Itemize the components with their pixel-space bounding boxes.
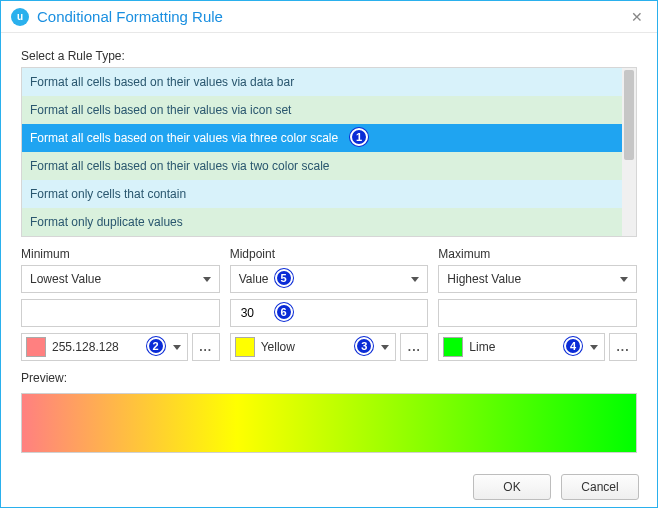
maximum-type-combo[interactable]: Highest Value	[438, 265, 637, 293]
scrollbar-thumb[interactable]	[624, 70, 634, 160]
callout-3: 3	[355, 337, 373, 355]
midpoint-color-combo[interactable]: Yellow 3	[230, 333, 397, 361]
scale-columns: Minimum Lowest Value 255.128.128 2 ...	[21, 247, 637, 361]
minimum-color-row: 255.128.128 2 ...	[21, 333, 220, 361]
rule-type-item[interactable]: Format only duplicate values	[22, 208, 622, 236]
minimum-label: Minimum	[21, 247, 220, 261]
preview-gradient	[21, 393, 637, 453]
chevron-down-icon	[590, 345, 598, 350]
rule-type-list[interactable]: Format all cells based on their values v…	[22, 68, 622, 236]
rule-type-item-selected[interactable]: Format all cells based on their values v…	[22, 124, 622, 152]
midpoint-value-input[interactable]: 6	[230, 299, 429, 327]
minimum-color-label: 255.128.128	[52, 340, 119, 354]
minimum-column: Minimum Lowest Value 255.128.128 2 ...	[21, 247, 220, 361]
minimum-color-more-button[interactable]: ...	[192, 333, 220, 361]
footer: OK Cancel	[1, 467, 657, 507]
maximum-column: Maximum Highest Value Lime 4 ...	[438, 247, 637, 361]
titlebar: u Conditional Formatting Rule ✕	[1, 1, 657, 33]
cancel-button[interactable]: Cancel	[561, 474, 639, 500]
minimum-type-value: Lowest Value	[30, 272, 101, 286]
maximum-type-value: Highest Value	[447, 272, 521, 286]
maximum-color-combo[interactable]: Lime 4	[438, 333, 605, 361]
ok-button[interactable]: OK	[473, 474, 551, 500]
midpoint-type-combo[interactable]: Value 5	[230, 265, 429, 293]
midpoint-type-value: Value	[239, 272, 269, 286]
rule-type-item-label: Format all cells based on their values v…	[30, 131, 338, 145]
midpoint-value-field[interactable]	[239, 305, 420, 321]
maximum-label: Maximum	[438, 247, 637, 261]
maximum-color-swatch	[443, 337, 463, 357]
minimum-value-field[interactable]	[30, 305, 211, 321]
midpoint-color-more-button[interactable]: ...	[400, 333, 428, 361]
rule-type-item[interactable]: Format only cells that contain	[22, 180, 622, 208]
maximum-value-field[interactable]	[447, 305, 628, 321]
rule-type-item[interactable]: Format all cells based on their values v…	[22, 68, 622, 96]
midpoint-color-label: Yellow	[261, 340, 295, 354]
select-rule-label: Select a Rule Type:	[21, 49, 637, 63]
close-icon[interactable]: ✕	[627, 7, 647, 27]
minimum-color-swatch	[26, 337, 46, 357]
minimum-color-combo[interactable]: 255.128.128 2	[21, 333, 188, 361]
rule-type-listbox: Format all cells based on their values v…	[21, 67, 637, 237]
window-title: Conditional Formatting Rule	[37, 8, 627, 25]
callout-1: 1	[350, 128, 368, 146]
chevron-down-icon	[173, 345, 181, 350]
chevron-down-icon	[381, 345, 389, 350]
preview-label: Preview:	[21, 371, 637, 385]
maximum-color-row: Lime 4 ...	[438, 333, 637, 361]
minimum-value-input[interactable]	[21, 299, 220, 327]
chevron-down-icon	[411, 277, 419, 282]
maximum-color-more-button[interactable]: ...	[609, 333, 637, 361]
scrollbar[interactable]	[622, 68, 636, 236]
midpoint-color-swatch	[235, 337, 255, 357]
chevron-down-icon	[620, 277, 628, 282]
chevron-down-icon	[203, 277, 211, 282]
midpoint-label: Midpoint	[230, 247, 429, 261]
maximum-color-label: Lime	[469, 340, 495, 354]
app-icon: u	[11, 8, 29, 26]
rule-type-item[interactable]: Format all cells based on their values v…	[22, 152, 622, 180]
minimum-type-combo[interactable]: Lowest Value	[21, 265, 220, 293]
rule-type-item[interactable]: Format all cells based on their values v…	[22, 96, 622, 124]
content: Select a Rule Type: Format all cells bas…	[1, 33, 657, 467]
callout-4: 4	[564, 337, 582, 355]
dialog-window: u Conditional Formatting Rule ✕ Select a…	[0, 0, 658, 508]
callout-5: 5	[275, 269, 293, 287]
midpoint-color-row: Yellow 3 ...	[230, 333, 429, 361]
callout-2: 2	[147, 337, 165, 355]
midpoint-column: Midpoint Value 5 6 Yellow 3	[230, 247, 429, 361]
maximum-value-input[interactable]	[438, 299, 637, 327]
